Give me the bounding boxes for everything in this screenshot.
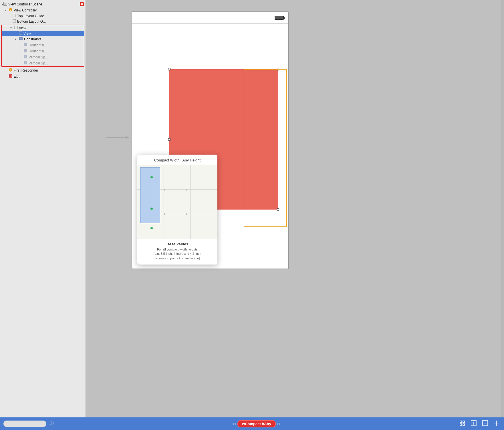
first-responder-row[interactable]: ! First Responder	[0, 67, 86, 73]
svg-rect-1	[4, 3, 6, 5]
first-responder-label: First Responder	[14, 68, 38, 72]
reset-btn[interactable]	[493, 419, 501, 428]
vc-toggle[interactable]	[5, 9, 8, 12]
constraints-icon: ≡	[19, 37, 23, 42]
zoom-out-btn[interactable]	[481, 419, 489, 428]
svg-text:─: ─	[25, 50, 26, 52]
exit-label: Exit	[14, 74, 19, 78]
svg-rect-31	[463, 421, 465, 423]
popup-blue-rect[interactable]	[140, 167, 160, 223]
info-btn[interactable]: ⓘ	[49, 420, 55, 427]
arrow-line	[106, 137, 129, 138]
vertical2-label: Vertical Sp...	[29, 61, 48, 65]
frame-icon[interactable]: □	[233, 422, 236, 426]
popup-title: Compact Width | Any Height	[137, 155, 217, 165]
top-layout-icon	[13, 14, 16, 18]
constraints-row[interactable]: ≡ Constraints	[2, 36, 84, 42]
first-responder-icon: !	[9, 68, 13, 73]
orange-outline-rect	[244, 69, 287, 227]
view-parent-toggle[interactable]	[10, 26, 14, 29]
svg-text:!: !	[10, 69, 11, 71]
svg-rect-5	[13, 14, 16, 17]
scene-icon	[3, 2, 7, 7]
search-input[interactable]	[3, 421, 46, 427]
exit-row[interactable]: ⊣ Exit	[0, 73, 86, 79]
bottom-layout-row[interactable]: Bottom Layout G...	[0, 19, 86, 24]
vertical2-icon: │	[23, 61, 27, 66]
popup-grid[interactable]: + + + +	[137, 165, 217, 239]
popup-dot-bot	[150, 227, 153, 229]
svg-rect-6	[13, 19, 16, 22]
app-container: View Controller Scene V View Controller …	[0, 0, 504, 417]
sidebar: View Controller Scene V View Controller …	[0, 0, 86, 417]
handle-tl	[168, 68, 170, 70]
vertical1-row[interactable]: │ Vertical Sp...	[2, 54, 84, 60]
svg-text:V: V	[10, 9, 11, 11]
svg-rect-30	[460, 421, 462, 423]
canvas-area: Compact Width | Any Height + + + +	[86, 0, 504, 417]
scene-label: View Controller Scene	[8, 2, 42, 6]
horizontal1-icon: ─	[23, 43, 27, 48]
svg-rect-7	[15, 26, 17, 29]
svg-rect-2	[81, 3, 83, 5]
vc-row[interactable]: V View Controller	[0, 7, 86, 13]
popup-dot-top	[150, 176, 153, 178]
svg-rect-32	[460, 424, 462, 425]
status-bar	[132, 12, 288, 23]
svg-rect-8	[19, 31, 22, 34]
horizontal2-row[interactable]: ─ Horizontal...	[2, 48, 84, 54]
view-child-row[interactable]: View	[2, 31, 84, 36]
constraints-toggle[interactable]	[15, 38, 18, 41]
bottom-toolbar: ⓘ □ wCompact hAny □	[0, 417, 504, 430]
scrollbar-vertical[interactable]	[501, 0, 504, 417]
exit-icon: ⊣	[9, 74, 13, 79]
frame-icon-right[interactable]: □	[277, 422, 280, 426]
plus1: +	[163, 188, 166, 192]
view-parent-row[interactable]: View	[2, 25, 84, 31]
plus4: +	[185, 212, 188, 216]
svg-text:≡: ≡	[20, 38, 21, 40]
view-parent-icon	[14, 26, 18, 30]
horizontal1-label: Horizontal...	[29, 43, 47, 47]
toolbar-center: □ wCompact hAny □	[233, 420, 280, 427]
toolbar-left: ⓘ	[3, 420, 55, 427]
popup-card: Compact Width | Any Height + + + +	[137, 155, 217, 265]
popup-footer-title: Base Values	[141, 242, 214, 246]
zoom-in-btn[interactable]	[470, 419, 478, 428]
zoom-fit-btn[interactable]	[458, 419, 466, 428]
battery-icon	[275, 16, 284, 20]
horizontal2-icon: ─	[23, 49, 27, 54]
svg-rect-33	[463, 424, 465, 425]
top-layout-label: Top Layout Guide	[17, 14, 44, 18]
toolbar-right	[458, 419, 501, 428]
handle-ml	[168, 138, 170, 141]
bottom-layout-label: Bottom Layout G...	[17, 19, 46, 23]
plus3: +	[163, 212, 166, 216]
vertical2-row[interactable]: │ Vertical Sp...	[2, 60, 84, 66]
vertical1-label: Vertical Sp...	[29, 55, 48, 59]
vc-label: View Controller	[14, 8, 37, 12]
stop-icon	[80, 2, 84, 6]
bottom-layout-icon	[13, 19, 16, 23]
vertical1-icon: │	[23, 55, 27, 60]
view-child-label: View	[23, 31, 31, 35]
scene-header-row[interactable]: View Controller Scene	[0, 0, 86, 7]
horizontal1-row[interactable]: ─ Horizontal...	[2, 42, 84, 48]
grid-v1	[164, 165, 164, 239]
svg-text:⊣: ⊣	[10, 75, 12, 77]
svg-text:─: ─	[25, 44, 26, 46]
top-layout-row[interactable]: Top Layout Guide	[0, 13, 86, 19]
plus2: +	[185, 188, 188, 192]
constraints-label: Constraints	[24, 37, 41, 41]
popup-footer-desc: For all compact width layouts(e.g. 3.5-i…	[141, 247, 214, 261]
segue-arrow	[103, 132, 132, 143]
horizontal2-label: Horizontal...	[29, 49, 47, 53]
popup-dot-mid	[150, 208, 153, 210]
size-class-label: wCompact hAny	[242, 422, 271, 426]
size-class-badge[interactable]: wCompact hAny	[237, 420, 276, 427]
grid-v2	[190, 165, 191, 239]
vc-icon: V	[9, 8, 13, 13]
red-outline-section: View View ≡ Constraints	[1, 25, 84, 67]
view-parent-label: View	[19, 26, 26, 30]
view-child-icon	[19, 31, 22, 35]
